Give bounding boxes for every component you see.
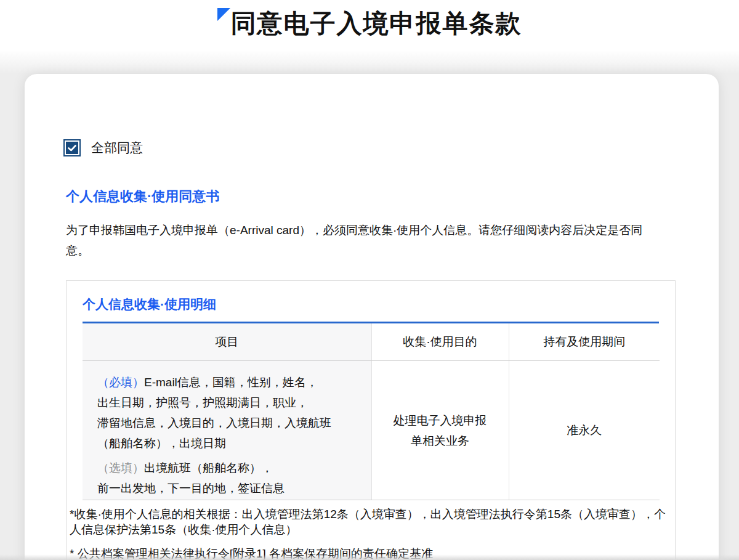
page-title-wrap: 同意电子入境申报单条款 [217,8,522,39]
note-archives: * 公共档案管理相关法律执行令[附录1] 各档案保存期间的责任确定基准 [70,546,668,560]
period-cell: 准永久 [509,361,660,500]
purpose-cell: 处理电子入境申报 单相关业务 [371,361,509,500]
page-title: 同意电子入境申报单条款 [231,8,522,39]
panel-heading: 个人信息收集·使用明细 [83,296,659,313]
column-header-items: 项目 [83,323,371,361]
table-header-row: 项目 收集·使用目的 持有及使用期间 [83,323,660,361]
required-label: （必填） [97,376,144,389]
title-quote-icon [217,8,230,21]
column-header-period: 持有及使用期间 [509,323,660,361]
check-icon [66,142,78,154]
consent-section-heading: 个人信息收集·使用同意书 [66,187,700,206]
agree-all-checkbox[interactable] [63,139,81,156]
optional-label: （选填） [97,461,144,474]
terms-card: 全部同意 个人信息收集·使用同意书 为了申报韩国电子入境申报单（e-Arriva… [25,74,719,560]
column-header-purpose: 收集·使用目的 [371,323,509,361]
items-cell: （必填）E-mail信息，国籍，性别，姓名， 出生日期，护照号，护照期满日，职业… [83,361,371,500]
panel-notes: *收集·使用个人信息的相关根据：出入境管理法第12条（入境审查），出入境管理法执… [70,506,668,560]
collection-details-table: 项目 收集·使用目的 持有及使用期间 （必填）E-mail信息，国籍，性别，姓名… [83,323,660,500]
collection-details-panel: 个人信息收集·使用明细 项目 收集·使用目的 持有及使用期间 （必填）E-mai… [66,280,676,560]
agree-all-row[interactable]: 全部同意 [63,139,700,156]
page-header: 同意电子入境申报单条款 [0,0,739,74]
table-row: （必填）E-mail信息，国籍，性别，姓名， 出生日期，护照号，护照期满日，职业… [83,361,660,500]
note-legal-basis: *收集·使用个人信息的相关根据：出入境管理法第12条（入境审查），出入境管理法执… [70,506,668,537]
agree-all-label: 全部同意 [91,139,143,156]
consent-intro-text: 为了申报韩国电子入境申报单（e-Arrival card），必须同意收集·使用个… [66,220,660,261]
